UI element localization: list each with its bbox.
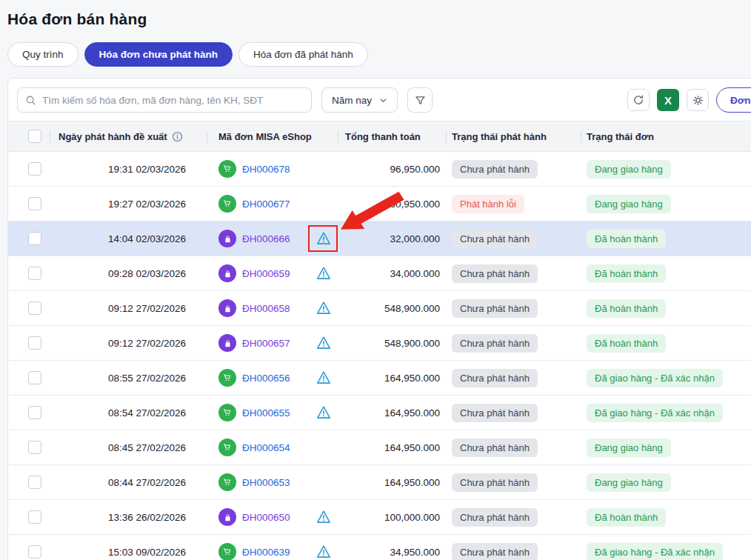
period-dropdown-value: Năm nay — [332, 95, 372, 106]
tab-hoa-don-chua-phat-hanh[interactable]: Hóa đơn chưa phát hành — [84, 42, 233, 67]
issue-date: 09:12 27/02/2026 — [50, 303, 207, 314]
table-row[interactable]: 14:04 02/03/2026 ĐH000666 32,000.000 Chư… — [8, 221, 751, 256]
table-row[interactable]: 15:03 09/02/2026 ĐH000639 34,950.000 Chư… — [8, 535, 751, 560]
tab-hoa-don-da-phat-hanh[interactable]: Hóa đơn đã phát hành — [238, 42, 368, 67]
row-checkbox[interactable] — [28, 336, 41, 350]
table-row[interactable]: 09:12 27/02/2026 ĐH000658 548,900.000 Ch… — [8, 291, 751, 326]
row-checkbox[interactable] — [28, 301, 41, 315]
page-header: Hóa đơn bán hàng Quy trình Hóa đơn chưa … — [0, 0, 751, 67]
search-box[interactable] — [17, 87, 312, 113]
total-amount: 96,950.000 — [338, 164, 446, 175]
order-code-link[interactable]: ĐH000656 — [242, 373, 290, 384]
order-code-link[interactable]: ĐH000655 — [242, 407, 290, 419]
table-row[interactable]: 08:45 27/02/2026 ĐH000654 164,950.000 Ch… — [8, 430, 751, 465]
row-checkbox[interactable] — [28, 371, 41, 384]
order-code-link[interactable]: ĐH000639 — [242, 547, 290, 558]
order-code-link[interactable]: ĐH000654 — [242, 442, 290, 453]
total-amount: 548,900.000 — [338, 303, 446, 314]
issue-status-badge: Chưa phát hành — [452, 508, 538, 527]
order-code-link[interactable]: ĐH000678 — [242, 164, 290, 175]
total-amount: 34,950.000 — [338, 547, 446, 558]
gear-icon — [692, 94, 704, 107]
row-checkbox[interactable] — [28, 545, 41, 559]
warning-icon[interactable] — [316, 300, 332, 316]
warning-icon[interactable] — [316, 370, 332, 386]
warning-icon[interactable] — [316, 404, 332, 421]
table-row[interactable]: 09:12 27/02/2026 ĐH000657 548,900.000 Ch… — [8, 326, 751, 361]
table-row[interactable]: 09:28 02/03/2026 ĐH000659 34,000.000 Chư… — [8, 256, 751, 291]
table-row[interactable]: 08:54 27/02/2026 ĐH000655 164,950.000 Ch… — [8, 396, 751, 430]
row-checkbox[interactable] — [28, 162, 41, 176]
order-status-badge: Đã giao hàng - Đã xác nhận — [587, 543, 723, 560]
cart-channel-icon — [218, 473, 236, 491]
order-status-badge: Đã giao hàng - Đã xác nhận — [587, 404, 723, 422]
refresh-button[interactable] — [627, 89, 650, 111]
issue-status-badge: Chưa phát hành — [452, 439, 538, 457]
row-checkbox[interactable] — [28, 476, 41, 489]
issue-date: 14:04 02/03/2026 — [50, 233, 207, 244]
col-header-order-code[interactable]: Mã đơn MISA eShop — [207, 121, 338, 151]
bag-channel-icon — [218, 334, 236, 352]
info-icon[interactable] — [172, 131, 183, 142]
search-icon — [25, 95, 36, 106]
row-checkbox[interactable] — [28, 406, 41, 419]
order-code-link[interactable]: ĐH000653 — [242, 477, 290, 488]
order-code-link[interactable]: ĐH000657 — [242, 338, 290, 349]
total-amount: 164,950.000 — [338, 373, 446, 384]
issue-status-badge: Chưa phát hành — [452, 230, 538, 248]
row-checkbox[interactable] — [28, 197, 41, 210]
filter-icon — [414, 94, 427, 107]
col-header-issue-status[interactable]: Trạng thái phát hành — [446, 121, 581, 151]
cart-channel-icon — [218, 439, 236, 456]
warning-icon[interactable] — [316, 265, 332, 281]
sales-invoice-page: Hóa đơn bán hàng Quy trình Hóa đơn chưa … — [0, 0, 751, 560]
issue-date: 08:55 27/02/2026 — [50, 373, 207, 384]
tab-quy-trinh[interactable]: Quy trình — [7, 42, 79, 67]
row-checkbox[interactable] — [28, 267, 41, 280]
export-excel-button[interactable]: X — [657, 89, 679, 111]
row-checkbox[interactable] — [28, 232, 41, 245]
issue-date: 08:45 27/02/2026 — [50, 442, 207, 453]
order-code-link[interactable]: ĐH000650 — [242, 512, 290, 523]
table-header: Ngày phát hành đề xuất Mã đơn MISA eShop… — [8, 121, 751, 152]
table-row[interactable]: 19:31 02/03/2026 ĐH000678 96,950.000 Chư… — [8, 152, 751, 187]
warning-icon[interactable] — [316, 544, 332, 560]
search-input[interactable] — [42, 95, 304, 106]
order-status-badge: Đã giao hàng - Đã xác nhận — [587, 369, 723, 387]
order-status-badge: Đang giao hàng — [587, 439, 671, 457]
issue-date: 08:44 27/02/2026 — [50, 477, 207, 488]
filter-button[interactable] — [407, 87, 433, 113]
order-code-link[interactable]: ĐH000677 — [242, 199, 290, 210]
table-row[interactable]: 08:44 27/02/2026 ĐH000653 164,950.000 Ch… — [8, 465, 751, 500]
col-header-issue-date[interactable]: Ngày phát hành đề xuất — [50, 121, 207, 151]
settings-button[interactable] — [687, 89, 709, 111]
table-body: 19:31 02/03/2026 ĐH000678 96,950.000 Chư… — [8, 152, 751, 560]
cart-channel-icon — [218, 404, 236, 421]
warning-icon[interactable] — [316, 230, 332, 247]
bag-channel-icon — [218, 264, 236, 282]
period-dropdown[interactable]: Năm nay — [321, 87, 398, 113]
table-row[interactable]: 13:36 26/02/2026 ĐH000650 100,000.000 Ch… — [8, 500, 751, 535]
annotation-red-box — [308, 225, 338, 252]
total-amount: 164,950.000 — [338, 477, 446, 488]
table-row[interactable]: 08:55 27/02/2026 ĐH000656 164,950.000 Ch… — [8, 361, 751, 396]
toolbar: Năm nay X — [8, 79, 751, 121]
cart-channel-icon — [218, 543, 236, 560]
order-code-link[interactable]: ĐH000658 — [242, 303, 290, 314]
order-status-badge: Đang giao hàng — [587, 160, 671, 179]
page-title: Hóa đơn bán hàng — [7, 10, 751, 28]
row-checkbox[interactable] — [28, 441, 41, 454]
row-checkbox[interactable] — [28, 510, 41, 524]
issue-date: 08:54 27/02/2026 — [50, 407, 207, 419]
col-header-total[interactable]: Tổng thanh toán — [338, 121, 446, 151]
order-status-badge: Đang giao hàng — [587, 473, 671, 492]
cart-channel-icon — [218, 160, 236, 178]
warning-icon[interactable] — [316, 335, 332, 351]
col-header-order-status[interactable]: Trạng thái đơn — [581, 121, 751, 151]
don-button[interactable]: Đơn — [716, 87, 751, 113]
warning-icon[interactable] — [316, 509, 332, 525]
order-code-link[interactable]: ĐH000659 — [242, 268, 290, 279]
select-all-checkbox[interactable] — [28, 130, 41, 143]
order-code-link[interactable]: ĐH000666 — [242, 233, 290, 244]
bag-channel-icon — [218, 230, 236, 247]
